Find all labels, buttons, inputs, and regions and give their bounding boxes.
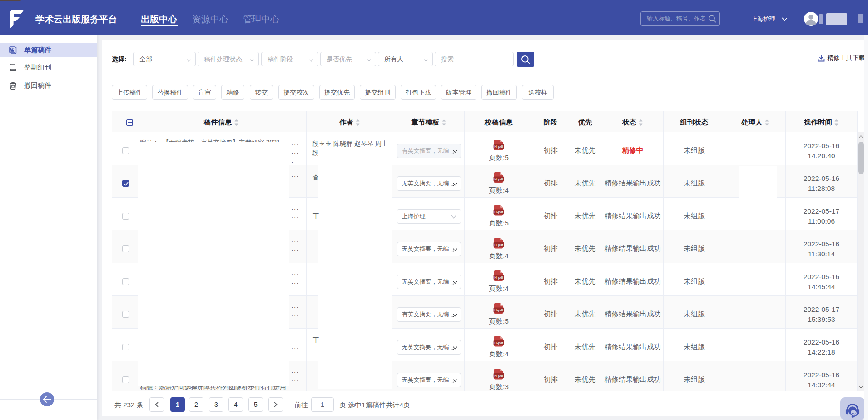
svg-text:H-pdf: H-pdf xyxy=(494,341,503,345)
svg-text:H-pdf: H-pdf xyxy=(494,275,503,280)
svg-text:H-pdf: H-pdf xyxy=(494,374,503,378)
svg-text:H-pdf: H-pdf xyxy=(494,243,503,247)
svg-text:H-pdf: H-pdf xyxy=(494,210,503,214)
svg-text:H-pdf: H-pdf xyxy=(494,308,503,312)
svg-text:H-pdf: H-pdf xyxy=(494,145,503,149)
svg-text:H-pdf: H-pdf xyxy=(494,177,503,181)
